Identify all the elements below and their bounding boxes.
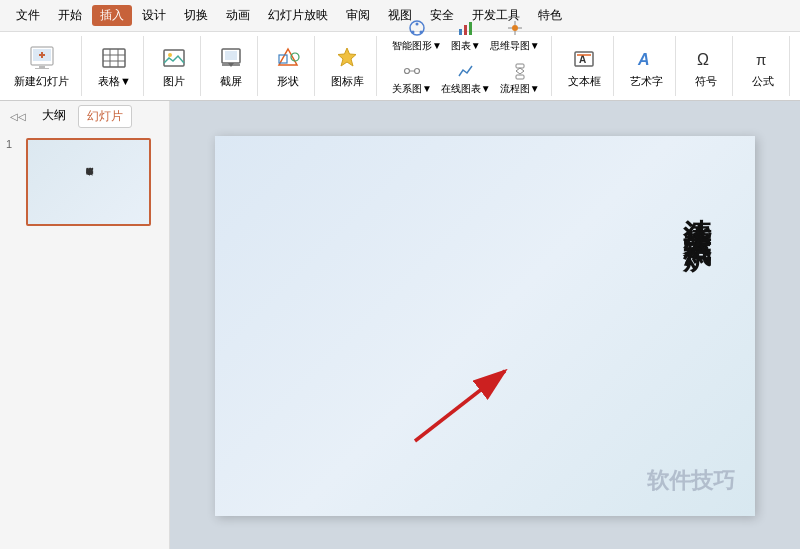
- menu-review[interactable]: 审阅: [338, 5, 378, 26]
- flowchart-label: 流程图▼: [500, 82, 540, 96]
- btn-textbox[interactable]: A 文本框: [564, 42, 605, 91]
- svg-text:A: A: [637, 51, 650, 68]
- slide-main-text[interactable]: 清华大学蒸汽炉: [677, 196, 715, 224]
- textbox-label: 文本框: [568, 74, 601, 89]
- svg-text:Ω: Ω: [697, 51, 709, 68]
- btn-mindmap[interactable]: 思维导图▼: [487, 16, 543, 55]
- btn-iconlib[interactable]: 图标库: [327, 42, 368, 91]
- relation-icon: [402, 61, 422, 81]
- svg-rect-14: [225, 51, 237, 60]
- diagrams-row2: 关系图▼ 在线图表▼: [389, 59, 543, 98]
- slide-canvas[interactable]: 清华大学蒸汽炉 软件技巧: [215, 136, 755, 516]
- btn-onlinechart[interactable]: 在线图表▼: [438, 59, 494, 98]
- group-formula: π 公式: [741, 36, 790, 96]
- slide-number-1: 1: [6, 138, 20, 150]
- group-iconlib: 图标库: [323, 36, 377, 96]
- textbox-icon: A: [570, 44, 598, 72]
- mindmap-icon: [505, 18, 525, 38]
- symbol-label: 符号: [695, 74, 717, 89]
- relation-label: 关系图▼: [392, 82, 432, 96]
- smartgraph-label: 智能图形▼: [392, 39, 442, 53]
- svg-rect-11: [164, 50, 184, 66]
- tab-outline[interactable]: 大纲: [34, 105, 74, 128]
- group-new-slide: 新建幻灯片: [6, 36, 82, 96]
- menu-insert[interactable]: 插入: [92, 5, 132, 26]
- menu-slideshow[interactable]: 幻灯片放映: [260, 5, 336, 26]
- btn-new-slide[interactable]: 新建幻灯片: [10, 42, 73, 91]
- btn-screenshot[interactable]: 截屏: [213, 42, 249, 91]
- iconlib-icon: [333, 44, 361, 72]
- btn-shape[interactable]: 形状: [270, 42, 306, 91]
- table-icon: [100, 44, 128, 72]
- ribbon: 新建幻灯片 表格▼: [0, 32, 800, 101]
- group-symbol: Ω 符号: [684, 36, 733, 96]
- main-area: ◁◁ 大纲 幻灯片 1 清华大学蒸汽炉 清华大学蒸汽炉: [0, 101, 800, 549]
- menu-start[interactable]: 开始: [50, 5, 90, 26]
- svg-marker-20: [338, 48, 356, 66]
- svg-point-22: [415, 23, 418, 26]
- btn-arttext[interactable]: A 艺术字: [626, 42, 667, 91]
- arttext-label: 艺术字: [630, 74, 663, 89]
- group-screenshot: 截屏: [209, 36, 258, 96]
- group-shape: 形状: [266, 36, 315, 96]
- btn-symbol[interactable]: Ω 符号: [688, 42, 724, 91]
- menu-animation[interactable]: 动画: [218, 5, 258, 26]
- btn-formula[interactable]: π 公式: [745, 42, 781, 91]
- btn-table[interactable]: 表格▼: [94, 42, 135, 91]
- svg-marker-37: [516, 68, 524, 74]
- svg-point-23: [411, 31, 414, 34]
- watermark-text: 软件技巧: [647, 466, 735, 496]
- svg-point-28: [512, 25, 518, 31]
- slide-item-1: 1 清华大学蒸汽炉: [6, 138, 163, 226]
- svg-rect-6: [103, 49, 125, 67]
- slide-thumb-1[interactable]: 清华大学蒸汽炉: [26, 138, 151, 226]
- shape-icon: [274, 44, 302, 72]
- svg-point-34: [414, 69, 419, 74]
- formula-label: 公式: [752, 74, 774, 89]
- table-label: 表格▼: [98, 74, 131, 89]
- btn-chart[interactable]: 图表▼: [448, 16, 484, 55]
- sidebar-header: ◁◁ 大纲 幻灯片: [0, 101, 169, 132]
- new-slide-label: 新建幻灯片: [14, 74, 69, 89]
- onlinechart-icon: [456, 61, 476, 81]
- svg-point-33: [404, 69, 409, 74]
- onlinechart-label: 在线图表▼: [441, 82, 491, 96]
- diagrams-row1: 智能图形▼ 图表▼: [389, 16, 543, 55]
- group-diagrams: 智能图形▼ 图表▼: [385, 36, 552, 96]
- btn-image[interactable]: 图片: [156, 42, 192, 91]
- arttext-icon: A: [632, 44, 660, 72]
- image-label: 图片: [163, 74, 185, 89]
- group-arttext: A 艺术字: [622, 36, 676, 96]
- svg-rect-27: [469, 22, 472, 35]
- slide-thumbnail-area: 1 清华大学蒸汽炉: [0, 132, 169, 238]
- arrow-annotation: [395, 356, 515, 436]
- tab-slides[interactable]: 幻灯片: [78, 105, 132, 128]
- btn-flowchart[interactable]: 流程图▼: [497, 59, 543, 98]
- group-textbox: A 文本框: [560, 36, 614, 96]
- shape-label: 形状: [277, 74, 299, 89]
- formula-icon: π: [749, 44, 777, 72]
- btn-smartgraph[interactable]: 智能图形▼: [389, 16, 445, 55]
- iconlib-label: 图标库: [331, 74, 364, 89]
- nav-arrows: ◁◁: [6, 108, 30, 125]
- svg-point-24: [419, 31, 422, 34]
- menu-design[interactable]: 设计: [134, 5, 174, 26]
- smartgraph-icon: [407, 18, 427, 38]
- btn-relation[interactable]: 关系图▼: [389, 59, 435, 98]
- menu-transition[interactable]: 切换: [176, 5, 216, 26]
- nav-left-arrow[interactable]: ◁◁: [8, 110, 28, 123]
- screenshot-label: 截屏: [220, 74, 242, 89]
- sidebar-tabs: 大纲 幻灯片: [34, 105, 132, 128]
- image-icon: [160, 44, 188, 72]
- svg-text:π: π: [756, 51, 766, 68]
- svg-rect-25: [459, 29, 462, 35]
- canvas-area[interactable]: 清华大学蒸汽炉 软件技巧: [170, 101, 800, 549]
- svg-rect-3: [35, 68, 49, 69]
- group-table: 表格▼: [90, 36, 144, 96]
- svg-line-52: [415, 371, 505, 441]
- svg-point-12: [168, 53, 172, 57]
- sidebar: ◁◁ 大纲 幻灯片 1 清华大学蒸汽炉: [0, 101, 170, 549]
- mindmap-label: 思维导图▼: [490, 39, 540, 53]
- ribbon-content: 新建幻灯片 表格▼: [0, 32, 800, 100]
- menu-file[interactable]: 文件: [8, 5, 48, 26]
